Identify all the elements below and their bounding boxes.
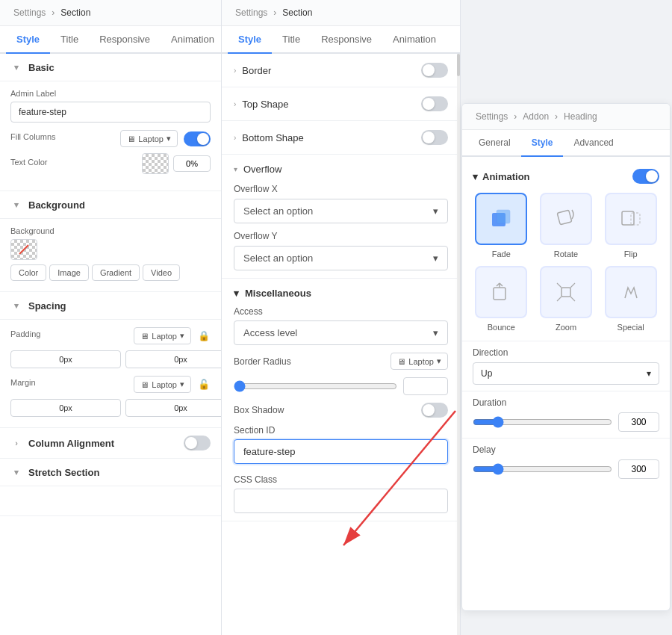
css-class-input[interactable] (234, 489, 448, 513)
duration-value-input[interactable] (618, 412, 659, 432)
left-tabs-row: Style Title Responsive Animation (0, 26, 221, 54)
overflow-y-value: Select an option (243, 253, 313, 264)
middle-panel-body: › Border › Top Shape › Bottom Shape (222, 54, 460, 635)
animation-header: ▾ Animation (462, 164, 670, 193)
column-alignment-toggle[interactable] (184, 436, 211, 450)
tab-responsive-left[interactable]: Responsive (89, 26, 161, 54)
box-shadow-toggle[interactable] (421, 403, 448, 418)
delay-slider[interactable] (473, 463, 612, 475)
access-value: Access level (243, 327, 297, 338)
section-spacing-header[interactable]: ▾ Spacing (0, 292, 221, 320)
section-background-header[interactable]: ▾ Background (0, 191, 221, 219)
flip-icon (616, 204, 646, 234)
bg-color-btn[interactable]: Color (10, 264, 46, 281)
delay-value-input[interactable] (618, 459, 659, 479)
anim-item-special[interactable]: Special (602, 266, 659, 332)
right-tab-advanced[interactable]: Advanced (563, 130, 623, 157)
overflow-y-select[interactable]: Select an option ▾ (234, 246, 448, 270)
section-column-alignment-header[interactable]: › Column Alignment (0, 428, 221, 459)
bg-video-btn[interactable]: Video (143, 264, 180, 281)
chevron-down-icon: ▾ (10, 61, 22, 73)
mid-border-header[interactable]: › Border (222, 54, 460, 87)
fill-columns-device[interactable]: 🖥 Laptop ▾ (120, 130, 178, 147)
admin-label-input[interactable] (10, 102, 211, 123)
right-bc-settings[interactable]: Settings (476, 111, 508, 122)
overflow-y-label: Overflow Y (234, 231, 448, 241)
mid-tab-responsive[interactable]: Responsive (311, 26, 382, 54)
right-bc-addon[interactable]: Addon (523, 111, 549, 122)
anim-item-rotate[interactable]: Rotate (538, 193, 595, 258)
duration-section: Duration (462, 391, 670, 438)
section-id-input[interactable] (234, 439, 448, 464)
fade-icon-box (475, 193, 527, 245)
padding-top[interactable] (10, 350, 121, 368)
chevron-down-icon: ▾ (433, 253, 438, 264)
top-shape-toggle[interactable] (421, 96, 448, 111)
mid-tab-animation[interactable]: Animation (382, 26, 447, 54)
no-color-icon (18, 244, 30, 255)
padding-device[interactable]: 🖥 Laptop ▾ (134, 327, 191, 344)
tab-title-left[interactable]: Title (50, 26, 89, 54)
mid-bottom-shape-header[interactable]: › Bottom Shape (222, 121, 460, 154)
direction-select[interactable]: Up ▾ (473, 362, 659, 385)
border-radius-device[interactable]: 🖥 Laptop ▾ (391, 353, 448, 370)
mid-tab-title[interactable]: Title (272, 26, 311, 54)
svg-rect-6 (622, 211, 634, 225)
bg-gradient-btn[interactable]: Gradient (92, 264, 140, 281)
flip-label: Flip (624, 250, 638, 258)
chevron-down-icon: ▾ (167, 134, 171, 143)
border-toggle[interactable] (421, 63, 448, 78)
margin-right[interactable] (125, 399, 221, 417)
background-color-swatch[interactable] (10, 239, 37, 260)
breadcrumb-settings[interactable]: Settings (13, 7, 46, 18)
mid-section-top-shape: › Top Shape (222, 87, 460, 121)
animation-label: Animation (482, 171, 530, 182)
section-basic-header[interactable]: ▾ Basic (0, 54, 221, 81)
delay-row (473, 459, 659, 479)
bottom-shape-toggle[interactable] (421, 130, 448, 145)
right-tabs-row: General Style Advanced (462, 130, 670, 157)
middle-breadcrumb: Settings › Section (222, 0, 460, 26)
border-radius-value-input[interactable] (403, 377, 448, 395)
border-radius-range-row (222, 377, 460, 395)
margin-lock-icon[interactable]: 🔓 (197, 378, 211, 391)
anim-item-flip[interactable]: Flip (602, 193, 659, 258)
padding-lock-icon[interactable]: 🔒 (197, 329, 211, 343)
chevron-down-icon: ▾ (10, 199, 22, 211)
mid-top-shape-header[interactable]: › Top Shape (222, 87, 460, 120)
section-stretch-header[interactable]: ▾ Stretch Section (0, 459, 221, 486)
anim-item-bounce[interactable]: Bounce (473, 266, 530, 332)
duration-slider[interactable] (473, 416, 612, 428)
bg-image-btn[interactable]: Image (49, 264, 89, 281)
rotate-icon-box (540, 193, 592, 245)
text-color-swatch[interactable] (142, 153, 169, 174)
overflow-x-select[interactable]: Select an option ▾ (234, 199, 448, 223)
mid-overflow-header[interactable]: ▾ Overflow (222, 155, 460, 184)
chevron-down-icon: ▾ (234, 165, 237, 173)
animation-toggle[interactable] (632, 169, 659, 184)
padding-right[interactable] (125, 350, 221, 368)
mid-tab-style[interactable]: Style (228, 26, 272, 54)
right-tab-general[interactable]: General (468, 130, 521, 157)
margin-device[interactable]: 🖥 Laptop ▾ (134, 376, 191, 393)
mid-breadcrumb-settings[interactable]: Settings (235, 7, 267, 18)
right-panel-body: ▾ Animation Fade (462, 157, 670, 610)
svg-rect-7 (631, 213, 640, 225)
tab-style-left[interactable]: Style (6, 26, 50, 54)
chevron-right-icon: › (234, 100, 236, 108)
fill-columns-toggle[interactable] (184, 131, 211, 146)
anim-item-zoom[interactable]: Zoom (538, 266, 595, 332)
margin-top[interactable] (10, 399, 121, 417)
right-tab-style[interactable]: Style (521, 130, 564, 157)
text-color-label: Text Color (10, 158, 48, 167)
left-panel-body: ▾ Basic Admin Label Fill Columns 🖥 Lapto… (0, 54, 221, 635)
padding-label: Padding (10, 329, 40, 338)
tab-animation-left[interactable]: Animation (161, 26, 222, 54)
special-icon (616, 277, 646, 307)
section-background-label: Background (28, 199, 85, 211)
anim-item-fade[interactable]: Fade (473, 193, 530, 258)
text-opacity-input[interactable] (173, 155, 211, 172)
section-basic-content: Admin Label Fill Columns 🖥 Laptop ▾ Text… (0, 81, 221, 191)
border-radius-slider[interactable] (234, 380, 397, 392)
access-select[interactable]: Access level ▾ (234, 320, 448, 345)
